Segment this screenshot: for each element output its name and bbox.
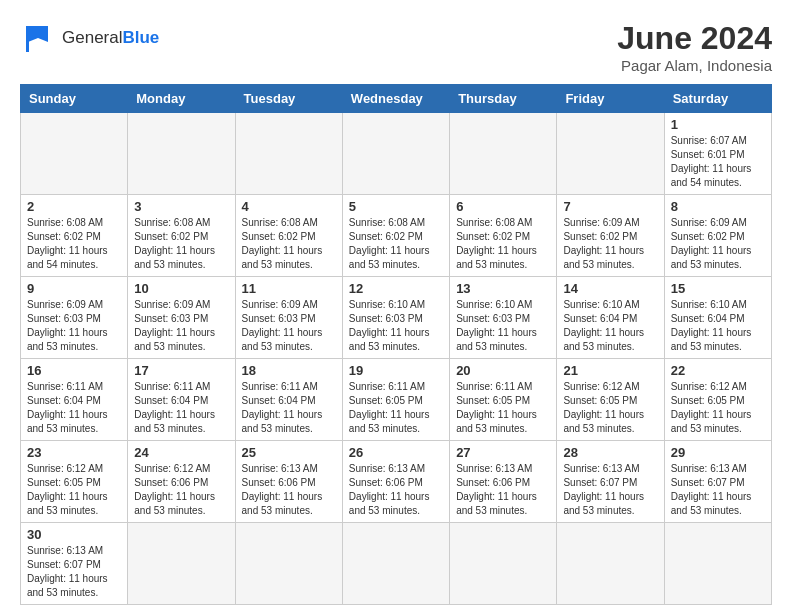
calendar-day-cell: 5Sunrise: 6:08 AMSunset: 6:02 PMDaylight… (342, 195, 449, 277)
calendar-day-cell: 6Sunrise: 6:08 AMSunset: 6:02 PMDaylight… (450, 195, 557, 277)
day-number: 11 (242, 281, 336, 296)
day-info: Sunrise: 6:08 AMSunset: 6:02 PMDaylight:… (134, 216, 228, 272)
day-number: 9 (27, 281, 121, 296)
day-number: 18 (242, 363, 336, 378)
day-info: Sunrise: 6:09 AMSunset: 6:03 PMDaylight:… (134, 298, 228, 354)
day-number: 27 (456, 445, 550, 460)
day-info: Sunrise: 6:13 AMSunset: 6:07 PMDaylight:… (671, 462, 765, 518)
day-info: Sunrise: 6:11 AMSunset: 6:04 PMDaylight:… (27, 380, 121, 436)
logo-blue-text: Blue (122, 28, 159, 47)
day-number: 12 (349, 281, 443, 296)
calendar-day-cell: 17Sunrise: 6:11 AMSunset: 6:04 PMDayligh… (128, 359, 235, 441)
day-info: Sunrise: 6:07 AMSunset: 6:01 PMDaylight:… (671, 134, 765, 190)
day-info: Sunrise: 6:10 AMSunset: 6:03 PMDaylight:… (349, 298, 443, 354)
calendar-day-cell: 1Sunrise: 6:07 AMSunset: 6:01 PMDaylight… (664, 113, 771, 195)
day-number: 19 (349, 363, 443, 378)
weekday-header-thursday: Thursday (450, 85, 557, 113)
calendar-day-cell (664, 523, 771, 605)
day-number: 28 (563, 445, 657, 460)
calendar-day-cell (450, 113, 557, 195)
title-block: June 2024 Pagar Alam, Indonesia (617, 20, 772, 74)
day-number: 7 (563, 199, 657, 214)
day-number: 2 (27, 199, 121, 214)
calendar-day-cell: 28Sunrise: 6:13 AMSunset: 6:07 PMDayligh… (557, 441, 664, 523)
day-info: Sunrise: 6:09 AMSunset: 6:03 PMDaylight:… (27, 298, 121, 354)
calendar-day-cell: 24Sunrise: 6:12 AMSunset: 6:06 PMDayligh… (128, 441, 235, 523)
day-info: Sunrise: 6:13 AMSunset: 6:06 PMDaylight:… (349, 462, 443, 518)
calendar-day-cell: 27Sunrise: 6:13 AMSunset: 6:06 PMDayligh… (450, 441, 557, 523)
calendar-day-cell: 16Sunrise: 6:11 AMSunset: 6:04 PMDayligh… (21, 359, 128, 441)
calendar-day-cell: 20Sunrise: 6:11 AMSunset: 6:05 PMDayligh… (450, 359, 557, 441)
calendar-day-cell: 14Sunrise: 6:10 AMSunset: 6:04 PMDayligh… (557, 277, 664, 359)
day-number: 10 (134, 281, 228, 296)
day-number: 22 (671, 363, 765, 378)
calendar-day-cell: 19Sunrise: 6:11 AMSunset: 6:05 PMDayligh… (342, 359, 449, 441)
weekday-header-row: SundayMondayTuesdayWednesdayThursdayFrid… (21, 85, 772, 113)
calendar-week-row: 30Sunrise: 6:13 AMSunset: 6:07 PMDayligh… (21, 523, 772, 605)
calendar-table: SundayMondayTuesdayWednesdayThursdayFrid… (20, 84, 772, 605)
calendar-day-cell: 26Sunrise: 6:13 AMSunset: 6:06 PMDayligh… (342, 441, 449, 523)
calendar-day-cell: 12Sunrise: 6:10 AMSunset: 6:03 PMDayligh… (342, 277, 449, 359)
calendar-day-cell (128, 113, 235, 195)
day-info: Sunrise: 6:10 AMSunset: 6:03 PMDaylight:… (456, 298, 550, 354)
day-info: Sunrise: 6:10 AMSunset: 6:04 PMDaylight:… (671, 298, 765, 354)
calendar-day-cell: 23Sunrise: 6:12 AMSunset: 6:05 PMDayligh… (21, 441, 128, 523)
calendar-week-row: 9Sunrise: 6:09 AMSunset: 6:03 PMDaylight… (21, 277, 772, 359)
day-info: Sunrise: 6:11 AMSunset: 6:05 PMDaylight:… (456, 380, 550, 436)
calendar-day-cell: 21Sunrise: 6:12 AMSunset: 6:05 PMDayligh… (557, 359, 664, 441)
weekday-header-friday: Friday (557, 85, 664, 113)
page-header: GeneralBlue June 2024 Pagar Alam, Indone… (20, 20, 772, 74)
generalblue-logo-icon (20, 20, 56, 56)
day-info: Sunrise: 6:08 AMSunset: 6:02 PMDaylight:… (456, 216, 550, 272)
day-number: 15 (671, 281, 765, 296)
day-info: Sunrise: 6:09 AMSunset: 6:02 PMDaylight:… (563, 216, 657, 272)
calendar-day-cell: 30Sunrise: 6:13 AMSunset: 6:07 PMDayligh… (21, 523, 128, 605)
month-title: June 2024 (617, 20, 772, 57)
calendar-day-cell: 25Sunrise: 6:13 AMSunset: 6:06 PMDayligh… (235, 441, 342, 523)
day-number: 16 (27, 363, 121, 378)
calendar-day-cell (557, 113, 664, 195)
calendar-day-cell: 29Sunrise: 6:13 AMSunset: 6:07 PMDayligh… (664, 441, 771, 523)
calendar-day-cell (342, 113, 449, 195)
svg-rect-2 (26, 26, 29, 52)
logo-general-text: General (62, 28, 122, 47)
calendar-day-cell: 18Sunrise: 6:11 AMSunset: 6:04 PMDayligh… (235, 359, 342, 441)
day-info: Sunrise: 6:08 AMSunset: 6:02 PMDaylight:… (27, 216, 121, 272)
day-info: Sunrise: 6:09 AMSunset: 6:02 PMDaylight:… (671, 216, 765, 272)
day-number: 26 (349, 445, 443, 460)
day-info: Sunrise: 6:11 AMSunset: 6:05 PMDaylight:… (349, 380, 443, 436)
calendar-week-row: 23Sunrise: 6:12 AMSunset: 6:05 PMDayligh… (21, 441, 772, 523)
logo-text: GeneralBlue (62, 29, 159, 48)
day-number: 25 (242, 445, 336, 460)
calendar-day-cell: 2Sunrise: 6:08 AMSunset: 6:02 PMDaylight… (21, 195, 128, 277)
calendar-week-row: 1Sunrise: 6:07 AMSunset: 6:01 PMDaylight… (21, 113, 772, 195)
day-info: Sunrise: 6:12 AMSunset: 6:05 PMDaylight:… (563, 380, 657, 436)
day-number: 30 (27, 527, 121, 542)
calendar-day-cell: 22Sunrise: 6:12 AMSunset: 6:05 PMDayligh… (664, 359, 771, 441)
day-info: Sunrise: 6:12 AMSunset: 6:05 PMDaylight:… (27, 462, 121, 518)
calendar-day-cell (128, 523, 235, 605)
calendar-day-cell: 10Sunrise: 6:09 AMSunset: 6:03 PMDayligh… (128, 277, 235, 359)
calendar-day-cell (21, 113, 128, 195)
day-number: 5 (349, 199, 443, 214)
day-number: 14 (563, 281, 657, 296)
day-number: 20 (456, 363, 550, 378)
calendar-day-cell: 13Sunrise: 6:10 AMSunset: 6:03 PMDayligh… (450, 277, 557, 359)
calendar-day-cell: 15Sunrise: 6:10 AMSunset: 6:04 PMDayligh… (664, 277, 771, 359)
day-info: Sunrise: 6:11 AMSunset: 6:04 PMDaylight:… (134, 380, 228, 436)
day-number: 1 (671, 117, 765, 132)
weekday-header-monday: Monday (128, 85, 235, 113)
day-number: 29 (671, 445, 765, 460)
day-number: 8 (671, 199, 765, 214)
calendar-day-cell (342, 523, 449, 605)
weekday-header-saturday: Saturday (664, 85, 771, 113)
calendar-day-cell (450, 523, 557, 605)
location-subtitle: Pagar Alam, Indonesia (617, 57, 772, 74)
calendar-day-cell: 11Sunrise: 6:09 AMSunset: 6:03 PMDayligh… (235, 277, 342, 359)
calendar-week-row: 2Sunrise: 6:08 AMSunset: 6:02 PMDaylight… (21, 195, 772, 277)
day-number: 17 (134, 363, 228, 378)
day-info: Sunrise: 6:08 AMSunset: 6:02 PMDaylight:… (242, 216, 336, 272)
day-info: Sunrise: 6:09 AMSunset: 6:03 PMDaylight:… (242, 298, 336, 354)
calendar-day-cell: 3Sunrise: 6:08 AMSunset: 6:02 PMDaylight… (128, 195, 235, 277)
weekday-header-sunday: Sunday (21, 85, 128, 113)
